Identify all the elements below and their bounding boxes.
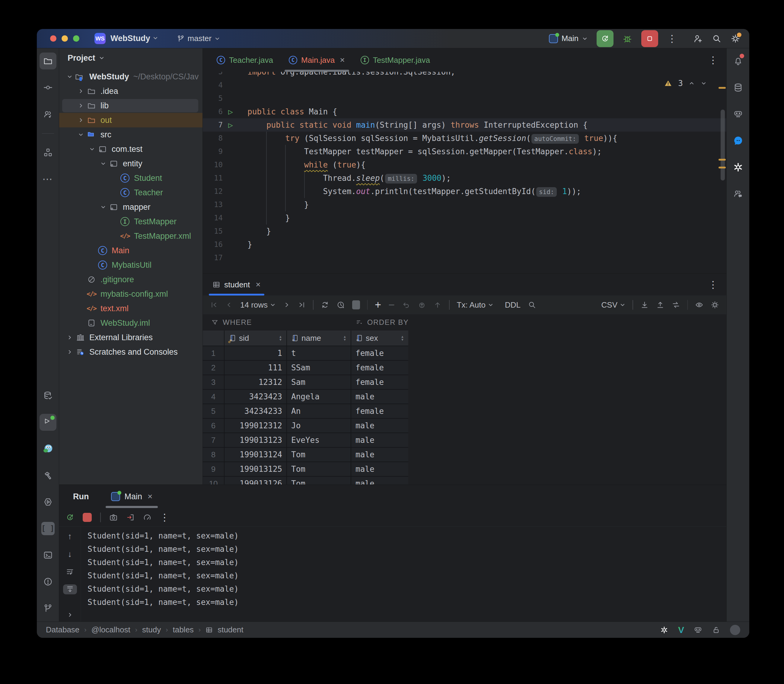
cell-1-sex[interactable]: female bbox=[351, 346, 408, 360]
cell-9-name[interactable]: Tom bbox=[287, 462, 351, 476]
cell-8-sid[interactable]: 199013124 bbox=[224, 448, 287, 461]
thread-dump-camera-icon[interactable] bbox=[109, 513, 118, 522]
cell-7-sid[interactable]: 199013123 bbox=[224, 433, 287, 447]
view-options-eye-icon[interactable] bbox=[695, 301, 704, 309]
compare-swap-icon[interactable] bbox=[672, 301, 680, 309]
code-line-9[interactable]: 9 TestMapper testMapper = sqlSession.get… bbox=[203, 145, 726, 158]
search-icon[interactable] bbox=[528, 301, 536, 309]
chevron-down-icon[interactable] bbox=[99, 55, 105, 61]
tree-item-student[interactable]: CStudent bbox=[59, 171, 203, 186]
chevron-right-icon[interactable] bbox=[76, 118, 86, 123]
code-line-16[interactable]: 16} bbox=[203, 238, 726, 251]
cancel-query-button[interactable] bbox=[352, 300, 360, 310]
download-icon[interactable] bbox=[640, 301, 649, 309]
commit-icon[interactable] bbox=[418, 301, 426, 309]
tab-teacher-java[interactable]: C Teacher.java bbox=[209, 48, 281, 72]
cell-10-sex[interactable]: male bbox=[351, 477, 408, 484]
version-control-tool-button[interactable] bbox=[40, 600, 56, 617]
project-tool-button[interactable] bbox=[40, 53, 56, 69]
collaboration-tool-button[interactable] bbox=[730, 186, 747, 202]
tree-item-scratches-and-consoles[interactable]: Scratches and Consoles bbox=[59, 345, 203, 359]
refresh-icon[interactable] bbox=[321, 301, 329, 309]
last-page-button[interactable] bbox=[298, 301, 306, 309]
next-warning-button[interactable] bbox=[701, 81, 707, 86]
build-tool-button[interactable] bbox=[40, 467, 56, 484]
result-options-button[interactable]: ⋮ bbox=[708, 279, 726, 290]
vcs-branch-widget[interactable]: master bbox=[177, 34, 220, 43]
warning-stripe-mark[interactable] bbox=[718, 167, 726, 168]
openai-tool-button[interactable] bbox=[730, 159, 747, 176]
tree-item-testmapper[interactable]: ITestMapper bbox=[59, 214, 203, 229]
delete-row-button[interactable]: − bbox=[388, 302, 395, 308]
inspection-widget[interactable]: 3 bbox=[664, 77, 707, 90]
chevron-down-icon[interactable] bbox=[98, 204, 108, 210]
column-header-sid[interactable]: sid▲▼ bbox=[224, 331, 287, 345]
notifications-tool-button[interactable] bbox=[730, 53, 747, 69]
code-line-6[interactable]: 6▷public class Main { bbox=[203, 105, 726, 118]
tree-item-entity[interactable]: entity bbox=[59, 156, 203, 171]
ai-assistant-tool-button[interactable] bbox=[730, 106, 747, 123]
breadcrumb-item-tables[interactable]: tables bbox=[172, 625, 193, 634]
code-line-12[interactable]: 12 System.out.println(testMapper.getStud… bbox=[203, 185, 726, 198]
unlock-icon[interactable] bbox=[712, 626, 720, 634]
more-actions-button[interactable]: ⋮ bbox=[667, 33, 677, 44]
cell-2-sex[interactable]: female bbox=[351, 361, 408, 374]
grid-settings-gear-icon[interactable] bbox=[711, 301, 719, 309]
add-row-button[interactable]: + bbox=[375, 302, 381, 308]
chevron-right-icon[interactable] bbox=[76, 89, 86, 94]
cell-9-sid[interactable]: 199013125 bbox=[224, 462, 287, 476]
tab-student-table[interactable]: student × bbox=[210, 274, 263, 295]
previous-page-button[interactable] bbox=[225, 301, 233, 309]
chevron-down-icon[interactable] bbox=[64, 74, 75, 79]
cell-4-sid[interactable]: 3423423 bbox=[224, 390, 287, 403]
tree-item-mybatisutil[interactable]: CMybatisUtil bbox=[59, 258, 203, 272]
cell-4-sex[interactable]: male bbox=[351, 390, 408, 403]
minimize-window-button[interactable] bbox=[61, 35, 68, 42]
problems-tool-button[interactable]: [ ] bbox=[40, 520, 56, 537]
run-gutter-icon[interactable]: ▷ bbox=[228, 118, 233, 132]
row-number[interactable]: 10 bbox=[203, 477, 224, 484]
row-number[interactable]: 8 bbox=[203, 448, 224, 461]
run-tab-main[interactable]: Main × bbox=[111, 485, 152, 508]
code-line-14[interactable]: 14 } bbox=[203, 211, 726, 224]
chevron-right-icon[interactable] bbox=[64, 335, 75, 340]
cell-8-sex[interactable]: male bbox=[351, 448, 408, 461]
run-tool-button[interactable] bbox=[40, 414, 56, 431]
first-page-button[interactable] bbox=[210, 301, 218, 309]
cell-2-name[interactable]: SSam bbox=[287, 361, 351, 374]
gauge-icon[interactable] bbox=[143, 513, 151, 522]
close-icon[interactable]: × bbox=[256, 280, 261, 289]
stop-icon[interactable] bbox=[83, 513, 92, 522]
tree-item-mapper[interactable]: mapper bbox=[59, 200, 203, 214]
commit-tool-button[interactable] bbox=[40, 79, 56, 96]
cell-5-sid[interactable]: 34234233 bbox=[224, 404, 287, 418]
expand-gutter-button[interactable] bbox=[63, 610, 77, 620]
tree-item-idea[interactable]: .idea bbox=[59, 84, 203, 98]
tab-options-button[interactable]: ⋮ bbox=[708, 54, 726, 66]
cell-1-name[interactable]: t bbox=[287, 346, 351, 360]
cell-3-sid[interactable]: 12312 bbox=[224, 375, 287, 389]
breadcrumb-item-study[interactable]: study bbox=[142, 625, 161, 634]
close-window-button[interactable] bbox=[50, 35, 56, 42]
upload-icon[interactable] bbox=[656, 301, 665, 309]
export-format-selector[interactable]: CSV bbox=[601, 300, 625, 310]
breadcrumb-item-localhost[interactable]: @localhost bbox=[92, 625, 130, 634]
cell-7-sex[interactable]: male bbox=[351, 433, 408, 447]
submit-icon[interactable] bbox=[433, 301, 442, 309]
sort-icon[interactable]: ▲▼ bbox=[401, 335, 404, 341]
chevron-down-icon[interactable] bbox=[98, 161, 108, 166]
tree-item-out[interactable]: out bbox=[59, 113, 203, 127]
cell-5-sex[interactable]: female bbox=[351, 404, 408, 418]
code-line-17[interactable]: 17 bbox=[203, 251, 726, 265]
breadcrumb-item-student[interactable]: student bbox=[217, 625, 243, 634]
rerun-icon[interactable] bbox=[66, 513, 74, 522]
cell-4-name[interactable]: Angela bbox=[287, 390, 351, 403]
cell-7-name[interactable]: EveYes bbox=[287, 433, 351, 447]
chevron-down-icon[interactable] bbox=[76, 132, 86, 137]
tab-testmapper-java[interactable]: I TestMapper.java bbox=[353, 48, 438, 72]
editor-scrollbar[interactable] bbox=[721, 110, 725, 181]
chevron-down-icon[interactable] bbox=[153, 35, 158, 42]
chevron-right-icon[interactable] bbox=[64, 349, 75, 355]
cell-10-sid[interactable]: 199013126 bbox=[224, 477, 287, 484]
cell-3-name[interactable]: Sam bbox=[287, 375, 351, 389]
